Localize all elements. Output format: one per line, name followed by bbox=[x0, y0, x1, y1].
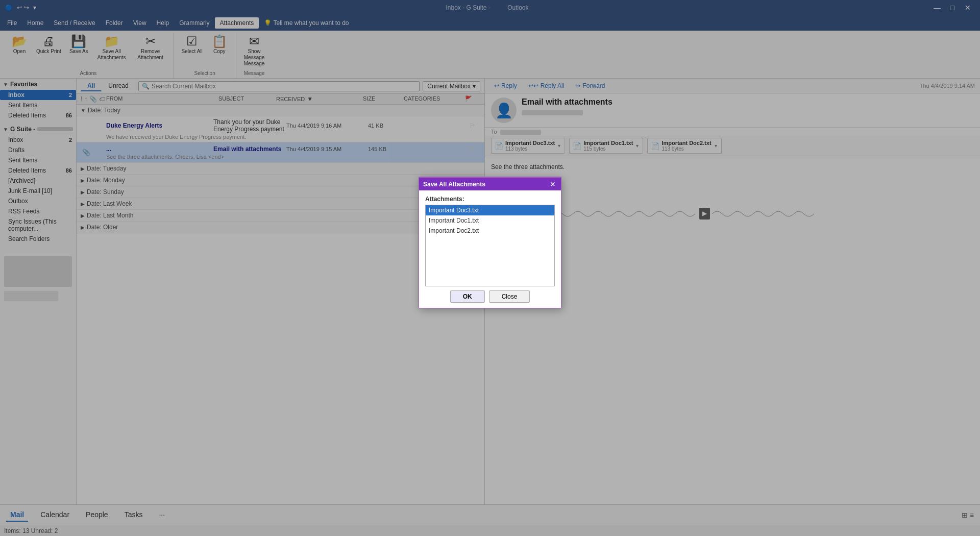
dialog-buttons: OK Close bbox=[425, 290, 555, 303]
dialog-list-item-1[interactable]: Important Doc3.txt bbox=[426, 205, 554, 215]
dialog-title-bar: Save All Attachments ✕ bbox=[419, 178, 561, 190]
modal-overlay[interactable]: Save All Attachments ✕ Attachments: Impo… bbox=[0, 0, 980, 536]
dialog-list-item-2[interactable]: Important Doc1.txt bbox=[426, 215, 554, 226]
attachments-listbox[interactable]: Important Doc3.txt Important Doc1.txt Im… bbox=[425, 205, 555, 286]
dialog-list-item-3[interactable]: Important Doc2.txt bbox=[426, 226, 554, 236]
dialog-close-button[interactable]: Close bbox=[489, 290, 530, 303]
attachments-list-label: Attachments: bbox=[425, 196, 555, 203]
dialog-body: Attachments: Important Doc3.txt Importan… bbox=[419, 190, 561, 308]
dialog-close-x-button[interactable]: ✕ bbox=[549, 180, 557, 188]
dialog-ok-button[interactable]: OK bbox=[450, 290, 485, 303]
dialog-title: Save All Attachments bbox=[423, 181, 485, 188]
save-all-attachments-dialog: Save All Attachments ✕ Attachments: Impo… bbox=[419, 177, 561, 308]
